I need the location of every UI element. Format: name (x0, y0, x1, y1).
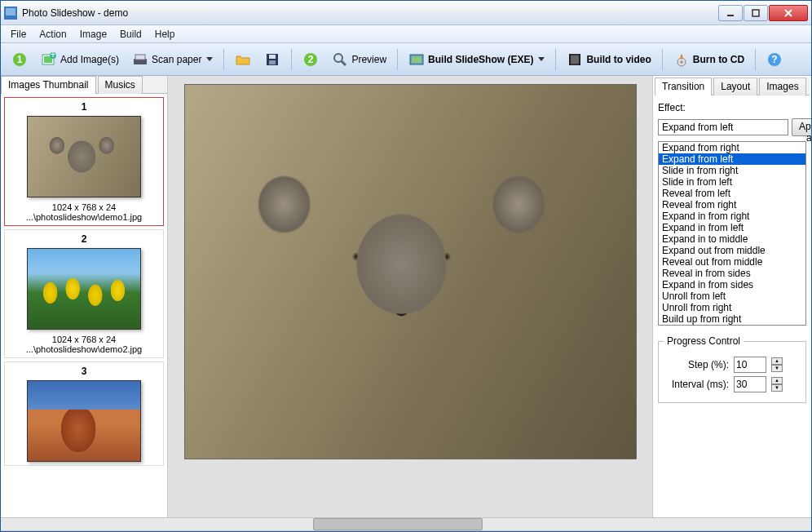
svg-rect-27 (579, 54, 580, 65)
tab-musics[interactable]: Musics (98, 76, 143, 94)
build-slideshow-button[interactable]: Build SlideShow (EXE) (403, 47, 550, 72)
effect-option[interactable]: Expand in from left (659, 222, 805, 233)
main-area: Images Thumbnail Musics 1 1024 x 768 x 2… (1, 76, 811, 517)
step-spinner[interactable]: ▲▼ (771, 357, 783, 372)
thumbnail-item[interactable]: 1 1024 x 768 x 24 ...\photoslideshow\dem… (4, 97, 164, 226)
chevron-down-icon (538, 57, 545, 61)
help-button[interactable]: ? (761, 47, 788, 72)
thumb-image (27, 116, 141, 197)
magnifier-icon (332, 51, 348, 68)
effect-listbox[interactable]: Expand from rightExpand from leftSlide i… (658, 141, 806, 326)
toolbar: 1 +Add Image(s) Scan paper 2 Preview Bui… (1, 43, 811, 76)
preview-button[interactable]: Preview (326, 47, 392, 72)
window-title: Photo Slideshow - demo (22, 7, 128, 19)
effect-option[interactable]: Build up from right (659, 313, 805, 325)
thumb-number: 1 (82, 101, 87, 113)
preview-label: Preview (351, 54, 386, 65)
effect-option[interactable]: Reveal out from middle (659, 256, 805, 268)
step1-icon: 1 (11, 51, 28, 68)
progress-control-group: Progress Control Step (%): ▲▼ Interval (… (658, 335, 806, 403)
step2-icon: 2 (302, 51, 319, 68)
effect-option[interactable]: Reveal from right (659, 199, 805, 211)
menu-action[interactable]: Action (33, 27, 73, 42)
effect-option[interactable]: Build up from left (659, 325, 805, 326)
tab-images-thumbnail[interactable]: Images Thumbnail (1, 76, 96, 94)
menu-build[interactable]: Build (113, 27, 148, 42)
slideshow-icon (408, 51, 425, 68)
thumb-path: ...\photoslideshow\demo1.jpg (8, 212, 160, 222)
separator (755, 49, 756, 70)
menu-help[interactable]: Help (148, 27, 182, 42)
effect-option[interactable]: Expand from left (659, 153, 805, 165)
svg-rect-26 (569, 54, 571, 65)
effect-option[interactable]: Expand out from middle (659, 245, 805, 256)
effect-option[interactable]: Expand in from sides (659, 279, 805, 290)
interval-input[interactable] (734, 376, 766, 392)
chevron-down-icon (206, 57, 213, 61)
interval-spinner[interactable]: ▲▼ (771, 377, 783, 392)
effect-option[interactable]: Expand in to middle (659, 233, 805, 245)
menu-image[interactable]: Image (73, 27, 113, 42)
separator (662, 49, 663, 70)
svg-rect-2 (6, 8, 15, 16)
scanner-icon (132, 51, 148, 68)
svg-rect-23 (412, 56, 421, 63)
effect-input[interactable] (658, 119, 788, 135)
thumbnail-list[interactable]: 1 1024 x 768 x 24 ...\photoslideshow\dem… (1, 94, 167, 517)
maximize-button[interactable] (744, 5, 768, 21)
interval-label: Interval (ms): (664, 379, 729, 390)
tab-images[interactable]: Images (759, 78, 805, 95)
burn-cd-label: Burn to CD (693, 54, 744, 65)
thumb-path: ...\photoslideshow\demo2.jpg (8, 344, 160, 354)
tab-layout[interactable]: Layout (713, 78, 757, 95)
apply-all-button[interactable]: Apply all (792, 118, 812, 136)
thumbnail-item[interactable]: 3 (4, 361, 164, 466)
effect-option[interactable]: Slide in from left (659, 176, 805, 188)
svg-rect-25 (571, 55, 579, 64)
effect-option[interactable]: Unroll from right (659, 302, 805, 313)
effect-option[interactable]: Expand from right (659, 142, 805, 153)
burn-cd-button[interactable]: Burn to CD (668, 47, 750, 72)
effect-option[interactable]: Reveal from left (659, 188, 805, 199)
help-icon: ? (766, 51, 783, 68)
svg-line-21 (342, 61, 346, 65)
thumb-image (27, 248, 141, 330)
menu-file[interactable]: File (4, 27, 33, 42)
svg-text:?: ? (771, 54, 777, 65)
horizontal-scrollbar[interactable] (1, 517, 811, 530)
svg-point-20 (334, 54, 342, 62)
svg-point-29 (680, 60, 682, 63)
scan-paper-button[interactable]: Scan paper (126, 47, 218, 72)
add-images-label: Add Image(s) (60, 54, 119, 65)
build-video-button[interactable]: Build to video (561, 47, 656, 72)
svg-text:+: + (50, 52, 55, 60)
app-icon (4, 7, 17, 20)
titlebar: Photo Slideshow - demo (1, 1, 811, 25)
thumb-number: 2 (82, 233, 87, 245)
close-button[interactable] (769, 5, 808, 21)
svg-rect-4 (752, 10, 759, 16)
effect-option[interactable]: Unroll from left (659, 290, 805, 302)
open-button[interactable] (229, 47, 257, 72)
step1-button[interactable]: 1 (6, 47, 33, 72)
tab-transition[interactable]: Transition (655, 78, 712, 95)
add-images-icon: + (41, 51, 57, 68)
step2-button[interactable]: 2 (297, 47, 324, 72)
right-panel: Transition Layout Images Effect: Apply a… (652, 76, 811, 517)
separator (291, 49, 292, 70)
thumb-number: 3 (82, 366, 87, 377)
add-images-button[interactable]: +Add Image(s) (35, 47, 125, 72)
preview-area (168, 76, 652, 517)
folder-open-icon (235, 51, 251, 68)
effect-option[interactable]: Reveal in from sides (659, 268, 805, 279)
effect-option[interactable]: Slide in from right (659, 165, 805, 176)
right-tabs: Transition Layout Images (655, 78, 810, 95)
step-input[interactable] (734, 357, 766, 373)
save-button[interactable] (258, 47, 286, 72)
svg-rect-14 (135, 55, 145, 60)
thumbnail-item[interactable]: 2 1024 x 768 x 24 ...\photoslideshow\dem… (4, 229, 164, 358)
svg-text:1: 1 (17, 54, 23, 65)
effect-option[interactable]: Expand in from right (659, 211, 805, 222)
preview-image (184, 84, 637, 459)
minimize-button[interactable] (718, 5, 743, 21)
